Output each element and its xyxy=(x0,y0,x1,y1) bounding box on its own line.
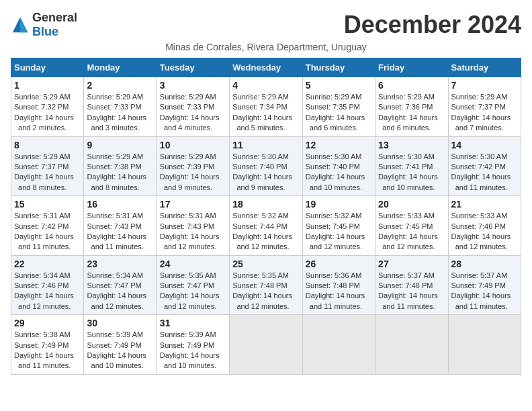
logo-blue: Blue xyxy=(32,25,58,38)
calendar-cell: 14Sunrise: 5:30 AMSunset: 7:42 PMDayligh… xyxy=(448,136,521,196)
calendar-cell xyxy=(230,315,302,375)
calendar-table: SundayMondayTuesdayWednesdayThursdayFrid… xyxy=(11,58,521,375)
cell-content: Sunrise: 5:29 AMSunset: 7:37 PMDaylight:… xyxy=(451,92,518,134)
page-header: General Blue December 2024 xyxy=(11,11,521,39)
day-number: 19 xyxy=(306,199,372,210)
svg-marker-1 xyxy=(20,17,28,32)
calendar-cell: 1Sunrise: 5:29 AMSunset: 7:32 PMDaylight… xyxy=(11,77,84,137)
cell-content: Sunrise: 5:30 AMSunset: 7:42 PMDaylight:… xyxy=(451,152,518,193)
calendar-cell: 29Sunrise: 5:38 AMSunset: 7:49 PMDayligh… xyxy=(11,315,84,375)
day-number: 11 xyxy=(232,140,299,150)
cell-content: Sunrise: 5:29 AMSunset: 7:38 PMDaylight:… xyxy=(87,152,153,193)
day-number: 30 xyxy=(87,318,153,328)
day-number: 20 xyxy=(378,199,445,210)
day-number: 10 xyxy=(160,140,226,150)
weekday-header-tuesday: Tuesday xyxy=(157,58,229,77)
calendar-cell: 10Sunrise: 5:29 AMSunset: 7:39 PMDayligh… xyxy=(157,136,229,196)
cell-content: Sunrise: 5:31 AMSunset: 7:42 PMDaylight:… xyxy=(14,211,81,253)
cell-content: Sunrise: 5:30 AMSunset: 7:40 PMDaylight:… xyxy=(232,152,299,193)
day-number: 9 xyxy=(87,140,153,150)
day-number: 26 xyxy=(306,259,372,269)
day-number: 5 xyxy=(306,80,372,91)
day-number: 13 xyxy=(378,140,445,150)
cell-content: Sunrise: 5:33 AMSunset: 7:46 PMDaylight:… xyxy=(451,211,518,253)
weekday-header-monday: Monday xyxy=(84,58,157,77)
calendar-cell: 12Sunrise: 5:30 AMSunset: 7:40 PMDayligh… xyxy=(302,136,375,196)
cell-content: Sunrise: 5:30 AMSunset: 7:40 PMDaylight:… xyxy=(306,152,372,193)
cell-content: Sunrise: 5:34 AMSunset: 7:47 PMDaylight:… xyxy=(87,271,153,312)
week-row-4: 22Sunrise: 5:34 AMSunset: 7:46 PMDayligh… xyxy=(11,255,521,315)
day-number: 18 xyxy=(232,199,299,210)
calendar-cell: 11Sunrise: 5:30 AMSunset: 7:40 PMDayligh… xyxy=(230,136,302,196)
day-number: 28 xyxy=(451,259,518,269)
day-number: 27 xyxy=(378,259,445,269)
cell-content: Sunrise: 5:37 AMSunset: 7:49 PMDaylight:… xyxy=(451,271,518,312)
calendar-cell: 7Sunrise: 5:29 AMSunset: 7:37 PMDaylight… xyxy=(448,77,521,137)
calendar-cell xyxy=(375,315,448,375)
cell-content: Sunrise: 5:31 AMSunset: 7:43 PMDaylight:… xyxy=(160,211,226,253)
week-row-1: 1Sunrise: 5:29 AMSunset: 7:32 PMDaylight… xyxy=(11,77,521,137)
weekday-header-friday: Friday xyxy=(375,58,448,77)
cell-content: Sunrise: 5:29 AMSunset: 7:33 PMDaylight:… xyxy=(160,92,226,134)
calendar-cell: 20Sunrise: 5:33 AMSunset: 7:45 PMDayligh… xyxy=(375,196,448,256)
cell-content: Sunrise: 5:29 AMSunset: 7:39 PMDaylight:… xyxy=(160,152,226,193)
day-number: 21 xyxy=(451,199,518,210)
calendar-cell: 24Sunrise: 5:35 AMSunset: 7:47 PMDayligh… xyxy=(157,255,229,315)
cell-content: Sunrise: 5:39 AMSunset: 7:49 PMDaylight:… xyxy=(87,330,153,371)
day-number: 12 xyxy=(306,140,372,150)
calendar-cell: 30Sunrise: 5:39 AMSunset: 7:49 PMDayligh… xyxy=(84,315,157,375)
weekday-header-saturday: Saturday xyxy=(448,58,521,77)
cell-content: Sunrise: 5:29 AMSunset: 7:33 PMDaylight:… xyxy=(87,92,153,134)
calendar-cell: 21Sunrise: 5:33 AMSunset: 7:46 PMDayligh… xyxy=(448,196,521,256)
calendar-cell: 6Sunrise: 5:29 AMSunset: 7:36 PMDaylight… xyxy=(375,77,448,137)
weekday-header-sunday: Sunday xyxy=(11,58,84,77)
day-number: 7 xyxy=(451,80,518,91)
weekday-header-wednesday: Wednesday xyxy=(230,58,302,77)
calendar-cell: 13Sunrise: 5:30 AMSunset: 7:41 PMDayligh… xyxy=(375,136,448,196)
weekday-header-row: SundayMondayTuesdayWednesdayThursdayFrid… xyxy=(11,58,521,77)
calendar-cell: 4Sunrise: 5:29 AMSunset: 7:34 PMDaylight… xyxy=(230,77,302,137)
calendar-cell xyxy=(302,315,375,375)
calendar-cell: 19Sunrise: 5:32 AMSunset: 7:45 PMDayligh… xyxy=(302,196,375,256)
calendar-cell: 31Sunrise: 5:39 AMSunset: 7:49 PMDayligh… xyxy=(157,315,229,375)
day-number: 2 xyxy=(87,80,153,91)
calendar-cell: 27Sunrise: 5:37 AMSunset: 7:48 PMDayligh… xyxy=(375,255,448,315)
calendar-cell: 17Sunrise: 5:31 AMSunset: 7:43 PMDayligh… xyxy=(157,196,229,256)
week-row-5: 29Sunrise: 5:38 AMSunset: 7:49 PMDayligh… xyxy=(11,315,521,375)
calendar-cell: 25Sunrise: 5:35 AMSunset: 7:48 PMDayligh… xyxy=(230,255,302,315)
cell-content: Sunrise: 5:32 AMSunset: 7:44 PMDaylight:… xyxy=(232,211,299,253)
day-number: 31 xyxy=(160,318,226,328)
cell-content: Sunrise: 5:29 AMSunset: 7:35 PMDaylight:… xyxy=(306,92,372,134)
cell-content: Sunrise: 5:35 AMSunset: 7:47 PMDaylight:… xyxy=(160,271,226,312)
calendar-cell: 23Sunrise: 5:34 AMSunset: 7:47 PMDayligh… xyxy=(84,255,157,315)
calendar-cell: 16Sunrise: 5:31 AMSunset: 7:43 PMDayligh… xyxy=(84,196,157,256)
logo-general: General xyxy=(32,11,77,24)
weekday-header-thursday: Thursday xyxy=(302,58,375,77)
cell-content: Sunrise: 5:34 AMSunset: 7:46 PMDaylight:… xyxy=(14,271,81,312)
month-title: December 2024 xyxy=(344,11,521,39)
day-number: 15 xyxy=(14,199,81,210)
day-number: 24 xyxy=(160,259,226,269)
week-row-2: 8Sunrise: 5:29 AMSunset: 7:37 PMDaylight… xyxy=(11,136,521,196)
day-number: 16 xyxy=(87,199,153,210)
calendar-cell: 28Sunrise: 5:37 AMSunset: 7:49 PMDayligh… xyxy=(448,255,521,315)
calendar-cell: 15Sunrise: 5:31 AMSunset: 7:42 PMDayligh… xyxy=(11,196,84,256)
day-number: 8 xyxy=(14,140,81,150)
calendar-cell: 18Sunrise: 5:32 AMSunset: 7:44 PMDayligh… xyxy=(230,196,302,256)
day-number: 22 xyxy=(14,259,81,269)
cell-content: Sunrise: 5:35 AMSunset: 7:48 PMDaylight:… xyxy=(232,271,299,312)
cell-content: Sunrise: 5:36 AMSunset: 7:48 PMDaylight:… xyxy=(306,271,372,312)
day-number: 29 xyxy=(14,318,81,328)
calendar-cell xyxy=(448,315,521,375)
title-area: December 2024 xyxy=(344,11,521,39)
day-number: 25 xyxy=(232,259,299,269)
calendar-cell: 5Sunrise: 5:29 AMSunset: 7:35 PMDaylight… xyxy=(302,77,375,137)
subtitle: Minas de Corrales, Rivera Department, Ur… xyxy=(11,42,521,52)
week-row-3: 15Sunrise: 5:31 AMSunset: 7:42 PMDayligh… xyxy=(11,196,521,256)
day-number: 14 xyxy=(451,140,518,150)
cell-content: Sunrise: 5:33 AMSunset: 7:45 PMDaylight:… xyxy=(378,211,445,253)
cell-content: Sunrise: 5:38 AMSunset: 7:49 PMDaylight:… xyxy=(14,330,81,371)
calendar-cell: 22Sunrise: 5:34 AMSunset: 7:46 PMDayligh… xyxy=(11,255,84,315)
day-number: 6 xyxy=(378,80,445,91)
calendar-cell: 26Sunrise: 5:36 AMSunset: 7:48 PMDayligh… xyxy=(302,255,375,315)
